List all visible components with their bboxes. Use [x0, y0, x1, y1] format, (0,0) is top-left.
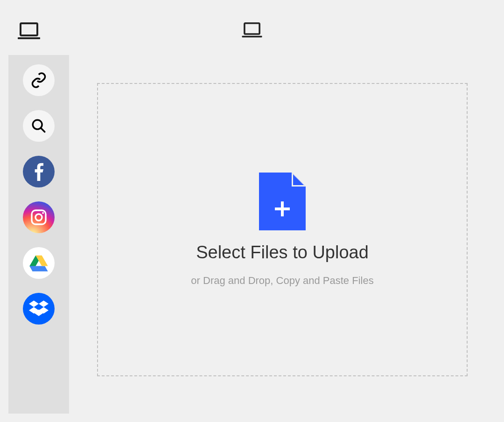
laptop-icon[interactable]	[242, 22, 262, 38]
dropbox-icon	[29, 300, 49, 318]
file-plus-icon	[259, 173, 306, 230]
main-area: Select Files to Upload or Drag and Drop,…	[69, 55, 496, 414]
sidebar-item-dropbox[interactable]	[23, 293, 55, 325]
upload-dialog: Select Files to Upload or Drag and Drop,…	[0, 0, 504, 422]
dropzone-subtitle: or Drag and Drop, Copy and Paste Files	[191, 275, 373, 287]
svg-line-5	[41, 128, 45, 132]
upload-dropzone[interactable]: Select Files to Upload or Drag and Drop,…	[97, 83, 468, 376]
svg-rect-1	[18, 37, 40, 39]
sidebar-item-link[interactable]	[23, 64, 55, 96]
sidebar-item-facebook[interactable]	[23, 156, 55, 187]
source-sidebar	[8, 55, 69, 414]
body: Select Files to Upload or Drag and Drop,…	[8, 55, 496, 414]
instagram-icon	[29, 208, 48, 227]
svg-rect-0	[21, 23, 37, 35]
svg-rect-3	[242, 36, 262, 38]
sidebar-item-search[interactable]	[23, 110, 55, 142]
laptop-icon[interactable]	[18, 22, 40, 40]
svg-point-7	[35, 214, 42, 221]
sidebar-item-google-drive[interactable]	[23, 247, 55, 279]
header	[8, 8, 496, 55]
dropzone-title: Select Files to Upload	[196, 242, 369, 263]
sidebar-item-instagram[interactable]	[23, 201, 55, 233]
svg-rect-2	[245, 23, 259, 34]
svg-marker-10	[293, 174, 304, 185]
google-drive-icon	[29, 255, 48, 271]
svg-point-8	[42, 212, 44, 214]
link-icon	[30, 72, 47, 89]
facebook-icon	[34, 162, 43, 181]
search-icon	[31, 118, 47, 134]
